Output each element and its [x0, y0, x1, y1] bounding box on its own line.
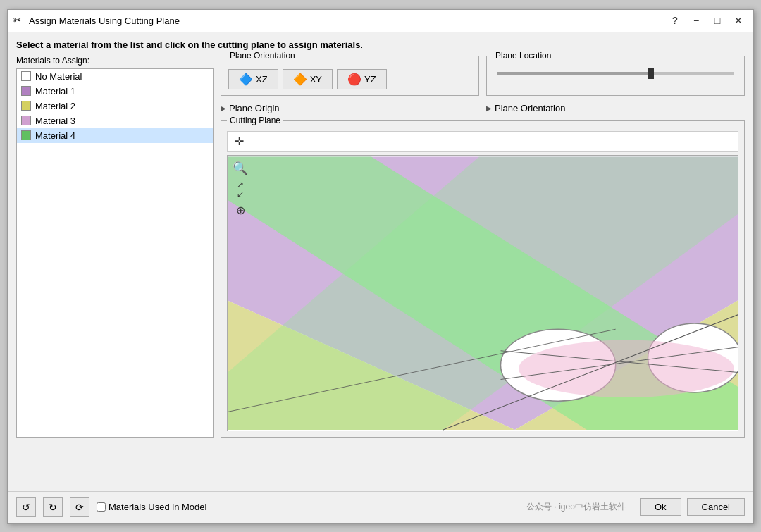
plane-location-title: Plane Location: [493, 51, 554, 61]
plane-origin-arrow[interactable]: ▶: [221, 104, 226, 112]
zoom-region-icon[interactable]: ⊕: [232, 202, 249, 219]
material-name-1: Material 1: [35, 86, 75, 97]
material-item-0[interactable]: No Material: [17, 69, 213, 84]
plane-origin-section: ▶ Plane Origin: [221, 100, 479, 116]
canvas-icons: 🔍 ↗↙ ⊕: [232, 160, 249, 219]
materials-label: Materials to Assign:: [16, 56, 214, 66]
material-name-2: Material 2: [35, 101, 75, 111]
material-swatch-1: [21, 86, 31, 96]
cutting-plane-box: Cutting Plane ✛ 🔍 ↗↙ ⊕: [221, 120, 745, 438]
slider-fill: [497, 72, 651, 75]
cutting-plane-title: Cutting Plane: [227, 116, 283, 125]
main-content: Select a material from the list and clic…: [8, 32, 753, 491]
undo-button[interactable]: ↺: [16, 497, 36, 517]
slider-thumb[interactable]: [648, 68, 654, 79]
plane-orient-lower-arrow[interactable]: ▶: [486, 104, 492, 112]
footer: ↺ ↻ ⟳ Materials Used in Model 公众号 · igeo…: [8, 491, 753, 523]
watermark-text: 公众号 · igeo中仿岩土软件: [526, 501, 626, 513]
window-title: Assign Materials Using Cutting Plane: [29, 16, 666, 26]
main-window: ✂ Assign Materials Using Cutting Plane ?…: [7, 9, 754, 524]
material-item-2[interactable]: Material 2: [17, 99, 213, 113]
window-icon: ✂: [13, 15, 25, 26]
top-controls-row: Plane Orientation 🔷 XZ 🔶 XY 🔴: [221, 56, 745, 96]
title-bar: ✂ Assign Materials Using Cutting Plane ?…: [8, 10, 753, 32]
slider-container: [494, 69, 737, 78]
yz-label: YZ: [364, 74, 376, 85]
xz-button[interactable]: 🔷 XZ: [228, 69, 278, 89]
window-controls: ? − □ ✕: [666, 13, 748, 28]
plane-origin-label: Plane Origin: [229, 103, 280, 113]
materials-panel: Materials to Assign: No Material Materia…: [16, 56, 214, 438]
instruction-text: Select a material from the list and clic…: [16, 39, 745, 50]
plane-orient-lower-label: Plane Orientation: [495, 103, 565, 113]
refresh-button[interactable]: ⟳: [70, 497, 89, 517]
material-item-1[interactable]: Material 1: [17, 84, 213, 99]
xz-icon: 🔷: [239, 73, 253, 86]
xy-button[interactable]: 🔶 XY: [283, 69, 333, 89]
expand-icon[interactable]: ↗↙: [232, 181, 249, 198]
material-swatch-4: [21, 130, 31, 140]
plane-orientation-box: Plane Orientation 🔷 XZ 🔶 XY 🔴: [221, 56, 479, 96]
lower-controls-row: ▶ Plane Origin ▶ Plane Orientation: [221, 100, 745, 116]
footer-buttons: Ok Cancel: [640, 498, 745, 516]
yz-button[interactable]: 🔴 YZ: [337, 69, 387, 89]
middle-row: Materials to Assign: No Material Materia…: [16, 56, 745, 438]
material-swatch-3: [21, 116, 31, 125]
xy-label: XY: [310, 74, 322, 85]
xy-icon: 🔶: [293, 73, 307, 86]
yz-icon: 🔴: [347, 73, 361, 86]
plane-orientation-lower-section: ▶ Plane Orientation: [486, 100, 745, 116]
material-name-0: No Material: [35, 71, 82, 82]
restore-button[interactable]: □: [708, 13, 726, 28]
materials-checkbox-input[interactable]: [97, 502, 106, 512]
canvas-toolbar: ✛: [227, 131, 738, 152]
orientation-buttons: 🔷 XZ 🔶 XY 🔴 YZ: [228, 69, 471, 89]
material-name-4: Material 4: [35, 130, 75, 141]
materials-checkbox-label: Materials Used in Model: [109, 502, 206, 512]
help-button[interactable]: ?: [666, 13, 684, 28]
xz-label: XZ: [256, 74, 268, 85]
minimize-button[interactable]: −: [687, 13, 705, 28]
materials-checkbox[interactable]: Materials Used in Model: [97, 502, 206, 512]
material-item-4[interactable]: Material 4: [17, 128, 213, 143]
redo-button[interactable]: ↻: [43, 497, 63, 517]
move-icon[interactable]: ✛: [230, 133, 247, 150]
material-swatch-2: [21, 101, 31, 111]
material-item-3[interactable]: Material 3: [17, 113, 213, 128]
slider-track: [497, 72, 734, 75]
cancel-button[interactable]: Cancel: [687, 498, 745, 516]
zoom-in-icon[interactable]: 🔍: [232, 160, 249, 177]
plane-location-box: Plane Location: [486, 56, 745, 96]
scene-svg: [228, 156, 738, 431]
canvas-area[interactable]: 🔍 ↗↙ ⊕: [227, 155, 738, 431]
right-panels: Plane Orientation 🔷 XZ 🔶 XY 🔴: [221, 56, 745, 438]
ok-button[interactable]: Ok: [640, 498, 681, 516]
close-button[interactable]: ✕: [729, 13, 748, 28]
materials-list: No Material Material 1 Material 2 Materi…: [16, 68, 214, 438]
plane-orientation-title: Plane Orientation: [227, 51, 298, 61]
material-name-3: Material 3: [35, 116, 75, 126]
material-swatch-0: [21, 71, 31, 81]
